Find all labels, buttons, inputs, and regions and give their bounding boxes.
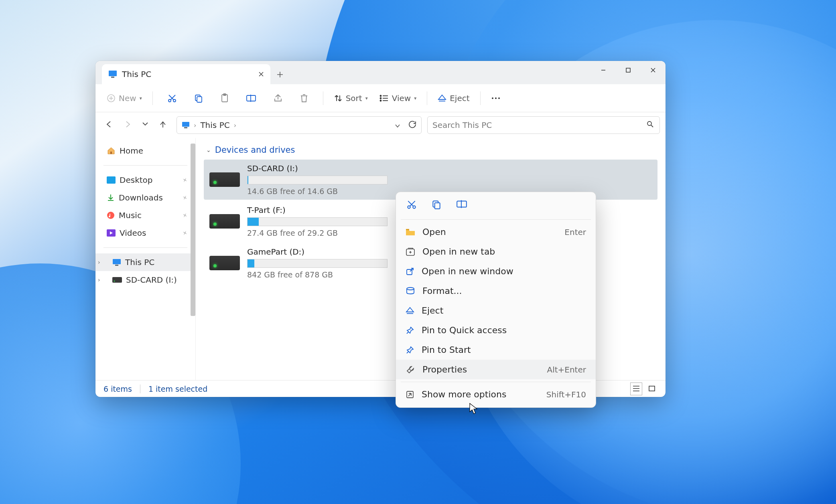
cm-open[interactable]: Open Enter <box>396 222 596 242</box>
sidebar-label: Downloads <box>119 193 163 202</box>
new-tab-button[interactable] <box>270 65 290 84</box>
svg-rect-23 <box>107 176 116 184</box>
cm-label: Pin to Quick access <box>422 325 507 335</box>
cm-copy-button[interactable] <box>431 199 442 211</box>
sidebar-item-music[interactable]: Music <box>95 206 195 224</box>
drive-usage-bar <box>247 259 388 268</box>
cm-pin-quick-access[interactable]: Pin to Quick access <box>396 320 596 340</box>
pin-icon <box>406 326 414 335</box>
svg-point-16 <box>492 97 493 99</box>
music-icon <box>107 211 115 219</box>
svg-rect-0 <box>109 71 117 76</box>
minimize-button[interactable] <box>591 61 616 79</box>
sidebar-label: Music <box>119 211 142 220</box>
cm-pin-start[interactable]: Pin to Start <box>396 340 596 360</box>
svg-point-13 <box>380 95 381 96</box>
sidebar-item-home[interactable]: Home <box>95 142 195 160</box>
cm-label: Pin to Start <box>422 345 471 355</box>
delete-button[interactable] <box>296 91 312 105</box>
cm-label: Eject <box>422 306 443 316</box>
details-view-button[interactable] <box>630 383 642 395</box>
status-selected: 1 item selected <box>148 385 207 393</box>
cm-show-more-options[interactable]: Show more options Shift+F10 <box>396 385 596 404</box>
sidebar: Home Desktop Downloads Music <box>95 138 196 380</box>
breadcrumb-root[interactable]: This PC <box>200 120 229 130</box>
sidebar-item-this-pc[interactable]: › This PC <box>95 253 195 271</box>
cm-open-new-window[interactable]: Open in new window <box>396 261 596 281</box>
recent-locations-button[interactable] <box>142 120 148 130</box>
cm-format[interactable]: Format... <box>396 281 596 301</box>
maximize-button[interactable] <box>616 61 641 79</box>
address-row: › This PC › Search This PC <box>95 112 666 138</box>
svg-point-17 <box>495 97 497 99</box>
scrollbar-thumb[interactable] <box>191 144 195 316</box>
svg-rect-29 <box>112 277 122 283</box>
status-count: 6 items <box>103 385 132 393</box>
cm-shortcut: Alt+Enter <box>547 365 586 374</box>
sidebar-item-desktop[interactable]: Desktop <box>95 171 195 189</box>
svg-rect-31 <box>649 386 655 391</box>
monitor-icon <box>182 121 190 129</box>
drive-label: GamePart (D:) <box>247 247 388 257</box>
more-icon <box>491 96 501 100</box>
up-button[interactable] <box>159 120 167 130</box>
cm-eject[interactable]: Eject <box>396 301 596 320</box>
copy-button[interactable] <box>190 91 207 105</box>
search-box[interactable]: Search This PC <box>427 116 660 134</box>
desktop-icon <box>107 176 116 184</box>
search-icon <box>647 120 654 130</box>
scissors-icon <box>167 93 177 103</box>
sidebar-item-videos[interactable]: Videos <box>95 224 195 242</box>
tab-close-button[interactable] <box>258 69 264 79</box>
close-window-button[interactable] <box>641 61 666 79</box>
group-header-devices[interactable]: ⌄ Devices and drives <box>206 145 657 155</box>
drive-label: SD-CARD (I:) <box>247 164 388 173</box>
svg-point-25 <box>109 216 110 217</box>
cm-properties[interactable]: Properties Alt+Enter <box>396 360 596 379</box>
titlebar: This PC <box>95 61 666 84</box>
svg-point-40 <box>407 287 414 290</box>
svg-point-30 <box>114 281 115 282</box>
toolbar: New ▾ <box>95 84 666 112</box>
address-bar[interactable]: › This PC › <box>177 116 422 134</box>
refresh-button[interactable] <box>408 120 416 130</box>
large-icons-view-button[interactable] <box>646 383 657 395</box>
sidebar-label: Desktop <box>120 175 152 185</box>
sort-icon <box>334 94 343 103</box>
drive-icon <box>209 172 240 187</box>
sidebar-item-sdcard[interactable]: › SD-CARD (I:) <box>95 271 195 289</box>
sidebar-item-downloads[interactable]: Downloads <box>95 189 195 206</box>
cm-label: Properties <box>422 364 467 374</box>
svg-point-18 <box>498 97 500 99</box>
path-dropdown-button[interactable] <box>395 120 400 130</box>
pin-icon <box>406 346 414 354</box>
more-button[interactable] <box>487 94 505 103</box>
back-button[interactable] <box>105 120 113 130</box>
sidebar-label: This PC <box>125 257 154 267</box>
trash-icon <box>300 93 308 103</box>
eject-button[interactable]: Eject <box>434 91 473 105</box>
cm-rename-button[interactable] <box>456 199 467 211</box>
forward-button[interactable] <box>124 120 132 130</box>
drive-subtext: 14.6 GB free of 14.6 GB <box>247 187 388 196</box>
cm-cut-button[interactable] <box>406 199 417 211</box>
svg-rect-1 <box>111 77 114 78</box>
cm-label: Open <box>422 227 446 237</box>
share-button[interactable] <box>269 91 287 105</box>
cm-open-new-tab[interactable]: Open in new tab <box>396 242 596 261</box>
chevron-right-icon[interactable]: › <box>98 277 100 283</box>
cut-button[interactable] <box>163 91 181 105</box>
sort-button[interactable]: Sort ▾ <box>330 91 372 105</box>
chevron-right-icon[interactable]: › <box>98 259 100 265</box>
folder-icon <box>406 228 415 236</box>
view-button[interactable]: View ▾ <box>375 91 421 105</box>
tab-this-pc[interactable]: This PC <box>102 64 270 84</box>
new-button[interactable]: New ▾ <box>103 91 146 105</box>
wrench-icon <box>406 365 415 374</box>
chevron-down-icon: ⌄ <box>206 147 211 153</box>
rename-button[interactable] <box>242 91 260 105</box>
new-tab-icon <box>406 247 415 256</box>
drive-icon <box>209 214 240 229</box>
paste-button[interactable] <box>216 91 233 105</box>
chevron-down-icon: ▾ <box>414 95 416 101</box>
